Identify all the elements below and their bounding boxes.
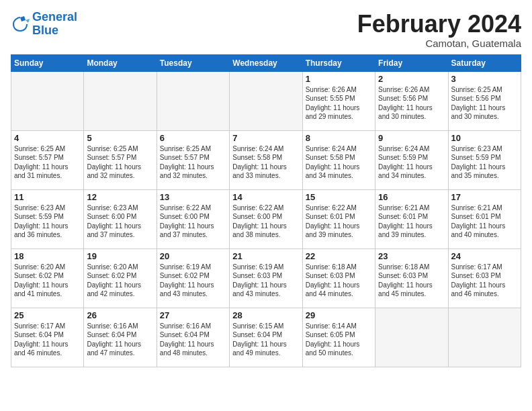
day-content: Sunrise: 6:24 AM Sunset: 5:58 PM Dayligh… [306,144,372,181]
calendar-cell: 5Sunrise: 6:25 AM Sunset: 5:57 PM Daylig… [84,130,157,189]
calendar-cell: 6Sunrise: 6:25 AM Sunset: 5:57 PM Daylig… [157,130,229,189]
day-number: 13 [160,192,226,202]
calendar-cell: 10Sunrise: 6:23 AM Sunset: 5:59 PM Dayli… [448,130,521,189]
day-content: Sunrise: 6:25 AM Sunset: 5:56 PM Dayligh… [451,85,518,122]
calendar-cell: 23Sunrise: 6:18 AM Sunset: 6:03 PM Dayli… [375,248,448,308]
month-title: February 2024 [357,11,521,38]
day-content: Sunrise: 6:22 AM Sunset: 6:01 PM Dayligh… [306,203,372,240]
day-number: 3 [451,74,518,84]
day-header-saturday: Saturday [448,54,521,71]
day-content: Sunrise: 6:14 AM Sunset: 6:05 PM Dayligh… [306,322,372,358]
calendar-cell: 11Sunrise: 6:23 AM Sunset: 5:59 PM Dayli… [11,189,84,248]
day-content: Sunrise: 6:22 AM Sunset: 6:00 PM Dayligh… [232,203,299,240]
title-block: February 2024 Camotan, Guatemala [357,11,521,49]
calendar-cell: 14Sunrise: 6:22 AM Sunset: 6:00 PM Dayli… [230,189,302,248]
calendar-cell [375,308,448,367]
day-number: 9 [378,133,445,143]
page-header: General Blue February 2024 Camotan, Guat… [11,11,521,49]
calendar-cell [230,71,302,130]
day-header-wednesday: Wednesday [230,54,302,71]
day-number: 7 [232,133,299,143]
calendar-cell: 1Sunrise: 6:26 AM Sunset: 5:55 PM Daylig… [302,71,375,130]
day-content: Sunrise: 6:25 AM Sunset: 5:57 PM Dayligh… [14,144,81,181]
day-number: 26 [87,310,153,320]
day-number: 5 [87,133,153,143]
day-content: Sunrise: 6:23 AM Sunset: 5:59 PM Dayligh… [14,203,81,240]
day-number: 28 [232,310,299,320]
calendar-cell: 26Sunrise: 6:16 AM Sunset: 6:04 PM Dayli… [84,308,157,367]
day-content: Sunrise: 6:22 AM Sunset: 6:00 PM Dayligh… [160,203,226,240]
calendar-cell [84,71,157,130]
day-number: 21 [232,251,299,261]
day-number: 1 [306,74,372,84]
calendar-cell: 4Sunrise: 6:25 AM Sunset: 5:57 PM Daylig… [11,130,84,189]
logo: General Blue [11,11,77,38]
day-number: 10 [451,133,518,143]
calendar-week-2: 11Sunrise: 6:23 AM Sunset: 5:59 PM Dayli… [11,189,521,248]
calendar-cell: 21Sunrise: 6:19 AM Sunset: 6:03 PM Dayli… [230,248,302,308]
day-number: 29 [306,310,372,320]
day-content: Sunrise: 6:24 AM Sunset: 5:58 PM Dayligh… [232,144,299,181]
day-number: 12 [87,192,153,202]
calendar-cell: 8Sunrise: 6:24 AM Sunset: 5:58 PM Daylig… [302,130,375,189]
logo-icon [11,15,30,34]
location: Camotan, Guatemala [357,38,521,49]
day-content: Sunrise: 6:26 AM Sunset: 5:56 PM Dayligh… [378,85,445,122]
day-content: Sunrise: 6:20 AM Sunset: 6:02 PM Dayligh… [87,263,153,299]
day-content: Sunrise: 6:16 AM Sunset: 6:04 PM Dayligh… [160,322,226,358]
calendar-cell: 13Sunrise: 6:22 AM Sunset: 6:00 PM Dayli… [157,189,229,248]
calendar-week-3: 18Sunrise: 6:20 AM Sunset: 6:02 PM Dayli… [11,248,521,308]
day-number: 2 [378,74,445,84]
day-content: Sunrise: 6:25 AM Sunset: 5:57 PM Dayligh… [160,144,226,181]
calendar-cell: 3Sunrise: 6:25 AM Sunset: 5:56 PM Daylig… [448,71,521,130]
day-content: Sunrise: 6:19 AM Sunset: 6:03 PM Dayligh… [232,263,299,299]
day-number: 17 [451,192,518,202]
calendar-cell: 16Sunrise: 6:21 AM Sunset: 6:01 PM Dayli… [375,189,448,248]
calendar-cell: 12Sunrise: 6:23 AM Sunset: 6:00 PM Dayli… [84,189,157,248]
day-content: Sunrise: 6:17 AM Sunset: 6:04 PM Dayligh… [14,322,81,358]
calendar-cell: 25Sunrise: 6:17 AM Sunset: 6:04 PM Dayli… [11,308,84,367]
calendar-week-0: 1Sunrise: 6:26 AM Sunset: 5:55 PM Daylig… [11,71,521,130]
day-header-monday: Monday [84,54,157,71]
day-number: 25 [14,310,81,320]
calendar-header: SundayMondayTuesdayWednesdayThursdayFrid… [11,54,521,71]
calendar-cell: 15Sunrise: 6:22 AM Sunset: 6:01 PM Dayli… [302,189,375,248]
day-content: Sunrise: 6:18 AM Sunset: 6:03 PM Dayligh… [306,263,372,299]
calendar-cell: 27Sunrise: 6:16 AM Sunset: 6:04 PM Dayli… [157,308,229,367]
calendar-cell: 22Sunrise: 6:18 AM Sunset: 6:03 PM Dayli… [302,248,375,308]
day-content: Sunrise: 6:24 AM Sunset: 5:59 PM Dayligh… [378,144,445,181]
day-content: Sunrise: 6:21 AM Sunset: 6:01 PM Dayligh… [451,203,518,240]
calendar-cell [157,71,229,130]
calendar-cell: 7Sunrise: 6:24 AM Sunset: 5:58 PM Daylig… [230,130,302,189]
day-content: Sunrise: 6:26 AM Sunset: 5:55 PM Dayligh… [306,85,372,122]
day-header-tuesday: Tuesday [157,54,229,71]
day-content: Sunrise: 6:18 AM Sunset: 6:03 PM Dayligh… [378,263,445,299]
calendar-cell: 9Sunrise: 6:24 AM Sunset: 5:59 PM Daylig… [375,130,448,189]
day-content: Sunrise: 6:17 AM Sunset: 6:03 PM Dayligh… [451,263,518,299]
calendar-cell [11,71,84,130]
day-number: 27 [160,310,226,320]
calendar-table: SundayMondayTuesdayWednesdayThursdayFrid… [11,54,521,367]
day-header-thursday: Thursday [302,54,375,71]
day-number: 19 [87,251,153,261]
day-content: Sunrise: 6:23 AM Sunset: 6:00 PM Dayligh… [87,203,153,240]
day-content: Sunrise: 6:21 AM Sunset: 6:01 PM Dayligh… [378,203,445,240]
day-content: Sunrise: 6:23 AM Sunset: 5:59 PM Dayligh… [451,144,518,181]
day-header-friday: Friday [375,54,448,71]
calendar-week-1: 4Sunrise: 6:25 AM Sunset: 5:57 PM Daylig… [11,130,521,189]
day-number: 6 [160,133,226,143]
calendar-cell: 17Sunrise: 6:21 AM Sunset: 6:01 PM Dayli… [448,189,521,248]
day-number: 8 [306,133,372,143]
day-number: 4 [14,133,81,143]
day-content: Sunrise: 6:20 AM Sunset: 6:02 PM Dayligh… [14,263,81,299]
day-number: 23 [378,251,445,261]
day-content: Sunrise: 6:25 AM Sunset: 5:57 PM Dayligh… [87,144,153,181]
calendar-cell: 20Sunrise: 6:19 AM Sunset: 6:02 PM Dayli… [157,248,229,308]
day-content: Sunrise: 6:16 AM Sunset: 6:04 PM Dayligh… [87,322,153,358]
day-number: 14 [232,192,299,202]
calendar-cell: 18Sunrise: 6:20 AM Sunset: 6:02 PM Dayli… [11,248,84,308]
day-content: Sunrise: 6:15 AM Sunset: 6:04 PM Dayligh… [232,322,299,358]
calendar-week-4: 25Sunrise: 6:17 AM Sunset: 6:04 PM Dayli… [11,308,521,367]
day-number: 18 [14,251,81,261]
day-number: 16 [378,192,445,202]
